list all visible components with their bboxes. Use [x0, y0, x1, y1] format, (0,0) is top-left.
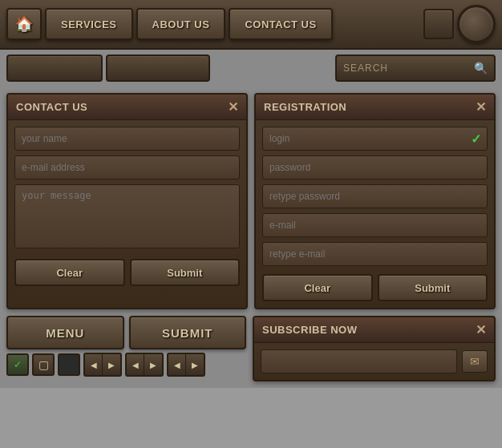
registration-panel-close[interactable]: ✕: [476, 99, 486, 115]
contact-panel: CONTACT US ✕ Clear Submit: [6, 93, 248, 309]
contact-message-input[interactable]: [14, 184, 240, 248]
registration-retype-email-input[interactable]: [262, 242, 488, 266]
arrow-right-2[interactable]: ▶: [144, 354, 162, 375]
search-bar: SEARCH 🔍: [335, 54, 496, 82]
registration-panel-body: ✓ Clear Submit: [256, 120, 494, 308]
registration-retype-password-input[interactable]: [262, 184, 488, 208]
arrow-pair-2: ◀ ▶: [125, 353, 164, 377]
menu-button[interactable]: MENU: [6, 316, 124, 349]
subscribe-panel-close[interactable]: ✕: [476, 322, 486, 337]
registration-panel: REGISTRATION ✕ ✓ Clear Submit: [254, 93, 496, 309]
contact-email-input[interactable]: [14, 155, 240, 180]
contact-submit-button[interactable]: Submit: [130, 259, 241, 286]
small-panel-2: [106, 54, 210, 82]
arrow-right-1[interactable]: ▶: [103, 354, 120, 375]
registration-btn-row: Clear Submit: [262, 274, 488, 301]
contact-panel-close[interactable]: ✕: [228, 99, 238, 115]
contact-button[interactable]: CONTACT US: [229, 8, 332, 40]
arrow-pair-1: ◀ ▶: [83, 353, 122, 377]
arrow-left-2[interactable]: ◀: [127, 354, 144, 375]
search-placeholder: SEARCH: [343, 63, 474, 74]
navbar: 🏠 SERVICES ABOUT US CONTACT US: [0, 0, 502, 50]
icon-row: ✓ ▢ ◀ ▶ ◀ ▶ ◀ ▶: [6, 353, 246, 377]
registration-panel-title: REGISTRATION: [264, 101, 346, 113]
registration-login-input[interactable]: [262, 127, 488, 151]
checkbox-checked-icon[interactable]: ✓: [6, 353, 29, 376]
contact-panel-header: CONTACT US ✕: [8, 95, 246, 120]
contact-btn-row: Clear Submit: [14, 259, 240, 286]
nav-circle-button[interactable]: [457, 5, 496, 43]
square-icon-2[interactable]: [58, 353, 80, 376]
bottom-left: MENU SUBMIT ✓ ▢ ◀ ▶ ◀ ▶ ◀ ▶: [6, 316, 246, 381]
arrow-right-3[interactable]: ▶: [186, 354, 204, 375]
arrow-pair-3: ◀ ▶: [167, 353, 205, 377]
nav-arrows-1: ◀ ▶ ◀ ▶ ◀ ▶: [83, 353, 207, 377]
contact-clear-button[interactable]: Clear: [14, 259, 125, 286]
search-icon: 🔍: [474, 62, 488, 75]
registration-email-input[interactable]: [262, 213, 488, 237]
submit-button[interactable]: SUBMIT: [129, 316, 247, 349]
login-check-icon: ✓: [471, 131, 481, 147]
nav-square-button[interactable]: [423, 9, 454, 39]
small-panel-1: [6, 54, 103, 82]
square-icon-1[interactable]: ▢: [32, 353, 55, 376]
subscribe-panel: SUBSCRIBE NOW ✕ ✉: [253, 316, 496, 381]
contact-name-input[interactable]: [14, 127, 240, 151]
arrow-left-1[interactable]: ◀: [85, 354, 103, 375]
subscribe-body: ✉: [254, 343, 494, 380]
login-field-row: ✓: [262, 127, 488, 151]
subscribe-panel-header: SUBSCRIBE NOW ✕: [254, 317, 494, 343]
registration-submit-button[interactable]: Submit: [378, 274, 488, 301]
contact-panel-title: CONTACT US: [16, 101, 87, 113]
secondary-nav: SEARCH 🔍: [0, 50, 502, 87]
contact-panel-body: Clear Submit: [8, 120, 246, 293]
big-btn-row: MENU SUBMIT: [6, 316, 246, 349]
subscribe-panel-title: SUBSCRIBE NOW: [262, 324, 357, 336]
registration-panel-header: REGISTRATION ✕: [256, 95, 494, 120]
home-button[interactable]: 🏠: [6, 8, 42, 40]
main-area: CONTACT US ✕ Clear Submit REGISTRATION ✕…: [0, 87, 502, 316]
services-button[interactable]: SERVICES: [45, 8, 133, 40]
bottom-area: MENU SUBMIT ✓ ▢ ◀ ▶ ◀ ▶ ◀ ▶: [0, 316, 502, 388]
arrow-left-3[interactable]: ◀: [168, 354, 186, 375]
email-icon[interactable]: ✉: [462, 350, 488, 373]
subscribe-email-input[interactable]: [261, 349, 457, 373]
registration-password-input[interactable]: [262, 155, 488, 180]
registration-clear-button[interactable]: Clear: [262, 274, 373, 301]
about-button[interactable]: ABOUT US: [136, 8, 226, 40]
